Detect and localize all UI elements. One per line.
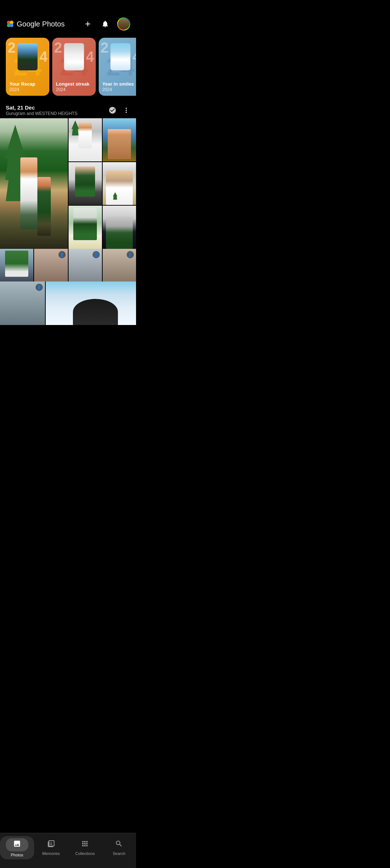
app-logo: Google Photos — [6, 20, 65, 28]
plus-icon — [84, 20, 92, 28]
svg-point-3 — [10, 24, 13, 27]
photo-small-1[interactable] — [69, 118, 102, 161]
memory-photo-2 — [64, 43, 84, 70]
memory-card-smiles[interactable]: 24 2 4 Year in smiles 2024 — [99, 38, 136, 96]
notifications-button[interactable] — [100, 18, 111, 29]
memory-photo-1 — [18, 43, 38, 70]
person-icon-9: 👤 — [93, 251, 100, 258]
user-avatar[interactable] — [117, 17, 130, 30]
google-photos-logo-icon — [6, 20, 15, 28]
circle-check-icon — [108, 106, 116, 114]
photo-small-2[interactable] — [103, 118, 136, 161]
person-icon-8: 👤 — [58, 251, 66, 258]
photo-grid-main: 👤 👤 👤 👤 — [0, 118, 136, 325]
date-text: Sat, 21 Dec — [6, 104, 77, 111]
date-actions — [108, 106, 130, 114]
app-header: Google Photos — [0, 0, 136, 35]
photo-item-9[interactable]: 👤 — [69, 249, 102, 281]
memory-label-1: Your Recap 2024 — [9, 81, 46, 92]
memory-title-1: Your Recap — [9, 81, 46, 87]
memory-year-2: 2024 — [56, 87, 92, 92]
more-vertical-icon — [122, 106, 130, 114]
photo-item-7[interactable] — [0, 249, 33, 281]
photo-large-bg — [0, 118, 68, 249]
more-options-button[interactable] — [122, 106, 130, 114]
memory-title-3: Year in smiles — [102, 81, 136, 87]
memories-carousel: 24 2 4 Your Recap 2024 24 2 4 Longest st… — [0, 35, 136, 100]
photo-row-2: 👤 — [0, 281, 136, 325]
photo-large-main[interactable] — [0, 118, 68, 249]
location-text: Gurugram and WESTEND HEIGHTS — [6, 111, 77, 116]
photo-item-10[interactable]: 👤 — [103, 249, 136, 281]
logo-photos: Photos — [42, 20, 65, 28]
memory-label-3: Year in smiles 2024 — [102, 81, 136, 92]
photo-row-4: 👤 👤 👤 — [0, 249, 136, 281]
photo-item-12[interactable] — [46, 281, 136, 325]
avatar-inner — [118, 18, 130, 30]
date-info: Sat, 21 Dec Gurugram and WESTEND HEIGHTS — [6, 104, 77, 116]
photo-small-5[interactable] — [69, 206, 102, 249]
memory-label-2: Longest streak 2024 — [56, 81, 92, 92]
photo-item-11[interactable]: 👤 — [0, 281, 45, 325]
memory-photo-3 — [111, 43, 131, 70]
add-button[interactable] — [82, 18, 93, 29]
date-section: Sat, 21 Dec Gurugram and WESTEND HEIGHTS — [0, 100, 136, 118]
avatar-image — [118, 18, 130, 30]
memory-card-recap[interactable]: 24 2 4 Your Recap 2024 — [6, 38, 49, 96]
photo-grid-right — [69, 118, 136, 249]
bell-icon — [101, 20, 109, 28]
photo-item-8[interactable]: 👤 — [34, 249, 67, 281]
main-photo-row — [0, 118, 136, 249]
header-actions — [82, 17, 130, 30]
photo-small-6[interactable] — [103, 206, 136, 249]
memory-title-2: Longest streak — [56, 81, 92, 87]
app-title: Google Photos — [17, 20, 65, 28]
photo-small-3[interactable] — [69, 162, 102, 205]
photo-small-4[interactable] — [103, 162, 136, 205]
memory-year-3: 2024 — [102, 87, 136, 92]
logo-google: Google — [17, 20, 40, 28]
memory-year-1: 2024 — [9, 87, 46, 92]
select-day-button[interactable] — [108, 106, 116, 114]
memory-card-streak[interactable]: 24 2 4 Longest streak 2024 — [52, 38, 96, 96]
person-icon-10: 👤 — [127, 251, 134, 258]
